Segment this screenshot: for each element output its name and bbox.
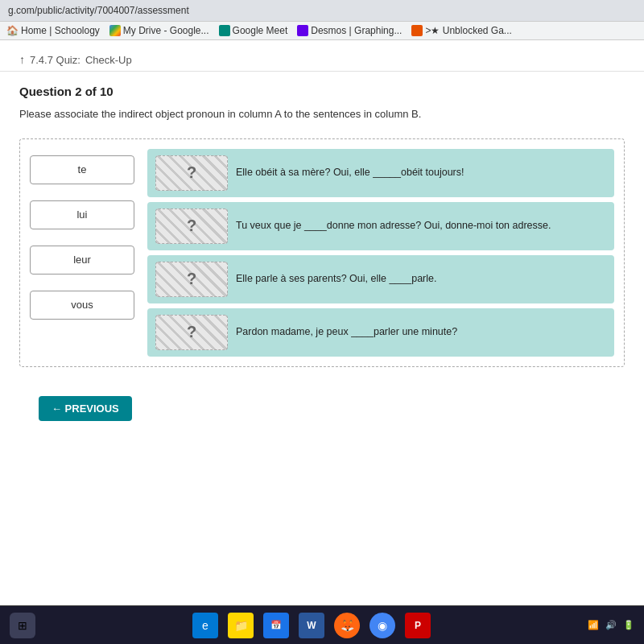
column-a-item-lui[interactable]: lui (30, 200, 134, 229)
unblocked-icon (411, 25, 423, 36)
breadcrumb-arrow: ↑ (19, 53, 25, 66)
slot-question-mark-2: ? (187, 217, 196, 235)
match-slot-3[interactable]: ? (155, 262, 228, 297)
match-row-1: ? Elle obéit à sa mère? Oui, elle _____o… (147, 149, 614, 197)
breadcrumb: ↑ 7.4.7 Quiz: Check-Up (19, 53, 625, 66)
matching-container: te lui leur vous ? Elle obéit à sa mère?… (19, 138, 625, 367)
match-sentence-2: Tu veux que je ____donne mon adresse? Ou… (236, 218, 606, 233)
taskbar-adobe[interactable]: P (405, 613, 431, 638)
slot-question-mark-4: ? (187, 323, 196, 341)
taskbar-right: 📶 🔊 🔋 (588, 620, 634, 630)
column-a: te lui leur vous (30, 149, 134, 357)
taskbar: ⊞ e 📁 📅 W 🦊 ◉ P 📶 🔊 🔋 (0, 605, 644, 644)
question-number: Question 2 of 10 (19, 85, 625, 98)
question-area: Question 2 of 10 Please associate the in… (0, 72, 644, 447)
taskbar-chrome[interactable]: ◉ (369, 613, 395, 638)
match-sentence-3: Elle parle à ses parents? Oui, elle ____… (236, 271, 606, 287)
quiz-header: ↑ 7.4.7 Quiz: Check-Up (0, 40, 644, 72)
taskbar-center: e 📁 📅 W 🦊 ◉ P (48, 613, 575, 638)
taskbar-sound-icon: 🔊 (605, 620, 617, 630)
slot-question-mark-1: ? (187, 163, 196, 182)
meet-icon (219, 25, 230, 36)
breadcrumb-quiz-label: 7.4.7 Quiz: (30, 54, 80, 66)
start-button[interactable]: ⊞ (10, 613, 35, 638)
bookmarks-bar: 🏠 Home | Schoology My Drive - Google... … (0, 22, 644, 40)
page-content: ↑ 7.4.7 Quiz: Check-Up Question 2 of 10 … (0, 40, 644, 605)
url-text: g.com/public/activity/7004007/assessment (8, 5, 189, 16)
bookmark-desmos[interactable]: Desmos | Graphing... (297, 25, 402, 36)
match-sentence-4: Pardon madame, je peux ____parler une mi… (236, 324, 606, 340)
taskbar-calendar[interactable]: 📅 (263, 613, 289, 638)
previous-button[interactable]: ← PREVIOUS (39, 396, 132, 421)
bookmark-schoology[interactable]: 🏠 Home | Schoology (6, 25, 100, 36)
column-a-item-te[interactable]: te (30, 155, 134, 184)
match-sentence-1: Elle obéit à sa mère? Oui, elle _____obé… (236, 165, 606, 180)
taskbar-firefox[interactable]: 🦊 (334, 613, 360, 638)
bookmark-meet[interactable]: Google Meet (219, 25, 288, 36)
column-a-item-leur[interactable]: leur (30, 246, 134, 275)
match-row-4: ? Pardon madame, je peux ____parler une … (147, 308, 614, 357)
match-row-2: ? Tu veux que je ____donne mon adresse? … (147, 202, 614, 250)
column-b: ? Elle obéit à sa mère? Oui, elle _____o… (147, 149, 614, 357)
taskbar-wifi-icon: 📶 (588, 620, 599, 630)
taskbar-word[interactable]: W (299, 613, 324, 638)
match-slot-1[interactable]: ? (155, 155, 228, 191)
drive-icon (109, 25, 121, 36)
question-instruction: Please associate the indirect object pro… (19, 106, 625, 122)
column-a-item-vous[interactable]: vous (30, 291, 134, 320)
taskbar-battery-icon: 🔋 (623, 620, 634, 630)
bookmark-unblocked[interactable]: >★ Unblocked Ga... (411, 25, 511, 36)
taskbar-edge[interactable]: e (192, 613, 218, 638)
home-icon: 🏠 (6, 25, 19, 36)
breadcrumb-quiz-sub: Check-Up (85, 54, 132, 66)
bookmark-drive[interactable]: My Drive - Google... (109, 25, 209, 36)
url-bar[interactable]: g.com/public/activity/7004007/assessment (0, 0, 644, 22)
match-slot-2[interactable]: ? (155, 208, 228, 244)
match-row-3: ? Elle parle à ses parents? Oui, elle __… (147, 255, 614, 303)
nav-buttons: ← PREVIOUS (19, 383, 625, 434)
desmos-icon (297, 25, 308, 36)
slot-question-mark-3: ? (187, 270, 196, 288)
match-slot-4[interactable]: ? (155, 315, 228, 350)
taskbar-file[interactable]: 📁 (228, 613, 254, 638)
